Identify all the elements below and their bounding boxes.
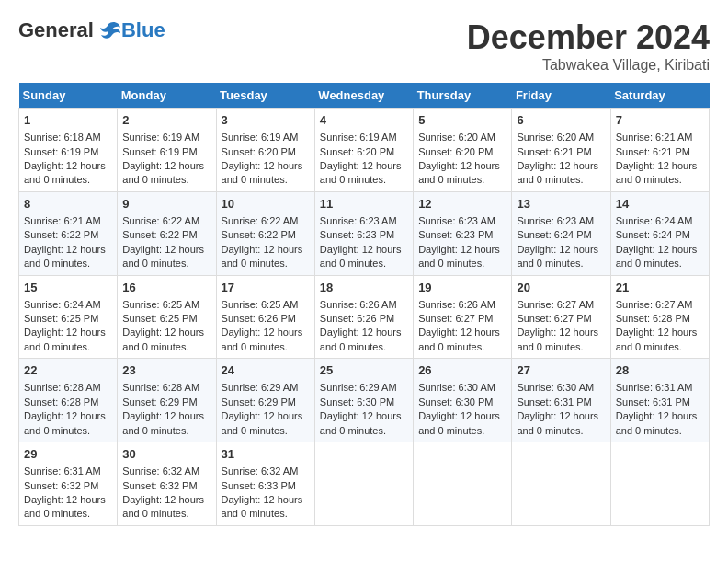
calendar-week-row: 22Sunrise: 6:28 AMSunset: 6:28 PMDayligh… <box>19 359 710 442</box>
sunrise-label: Sunrise: 6:29 AM <box>320 382 397 393</box>
sunrise-label: Sunrise: 6:32 AM <box>222 465 299 477</box>
calendar-week-row: 8Sunrise: 6:21 AMSunset: 6:22 PMDaylight… <box>19 191 710 275</box>
table-row: 15Sunrise: 6:24 AMSunset: 6:25 PMDayligh… <box>19 275 118 359</box>
logo-general-text: General <box>18 18 94 42</box>
daylight-minutes: and 0 minutes. <box>616 425 682 436</box>
sunrise-label: Sunrise: 6:23 AM <box>418 215 495 226</box>
col-saturday: Saturday <box>610 83 709 109</box>
day-number: 21 <box>616 280 704 296</box>
table-row: 11Sunrise: 6:23 AMSunset: 6:23 PMDayligh… <box>314 191 413 275</box>
day-number: 18 <box>320 280 408 296</box>
day-number: 22 <box>24 362 112 379</box>
sunset-label: Sunset: 6:20 PM <box>418 146 493 157</box>
daylight-minutes: and 0 minutes. <box>616 341 682 352</box>
day-number: 13 <box>517 196 605 213</box>
sunset-label: Sunset: 6:20 PM <box>222 146 296 157</box>
daylight-label: Daylight: 12 hours <box>320 160 402 171</box>
daylight-minutes: and 0 minutes. <box>616 174 682 185</box>
page-header: General Blue December 2024 Tabwakea Vill… <box>18 18 710 74</box>
sunset-label: Sunset: 6:26 PM <box>222 313 296 324</box>
day-number: 5 <box>418 112 506 129</box>
col-wednesday: Wednesday <box>314 83 413 109</box>
daylight-minutes: and 0 minutes. <box>122 341 188 352</box>
sunset-label: Sunset: 6:27 PM <box>418 313 493 324</box>
sunset-label: Sunset: 6:26 PM <box>320 313 394 324</box>
sunset-label: Sunset: 6:21 PM <box>517 146 591 157</box>
table-row: 8Sunrise: 6:21 AMSunset: 6:22 PMDaylight… <box>19 191 118 275</box>
sunrise-label: Sunrise: 6:23 AM <box>517 215 594 226</box>
sunrise-label: Sunrise: 6:31 AM <box>616 382 693 393</box>
table-row <box>414 442 512 526</box>
sunset-label: Sunset: 6:25 PM <box>122 313 197 324</box>
sunrise-label: Sunrise: 6:21 AM <box>616 132 693 143</box>
col-thursday: Thursday <box>414 83 512 109</box>
table-row: 29Sunrise: 6:31 AMSunset: 6:32 PMDayligh… <box>19 442 118 526</box>
daylight-label: Daylight: 12 hours <box>24 160 106 171</box>
table-row: 1Sunrise: 6:18 AMSunset: 6:19 PMDaylight… <box>19 109 118 192</box>
day-number: 4 <box>320 112 408 129</box>
daylight-minutes: and 0 minutes. <box>24 258 90 269</box>
sunrise-label: Sunrise: 6:24 AM <box>616 215 693 226</box>
logo-bird-icon <box>96 20 121 40</box>
daylight-label: Daylight: 12 hours <box>222 244 303 255</box>
daylight-minutes: and 0 minutes. <box>24 174 90 185</box>
day-number: 8 <box>24 196 112 213</box>
table-row: 3Sunrise: 6:19 AMSunset: 6:20 PMDaylight… <box>216 109 314 192</box>
daylight-minutes: and 0 minutes. <box>320 341 386 352</box>
daylight-label: Daylight: 12 hours <box>517 160 598 171</box>
sunrise-label: Sunrise: 6:30 AM <box>418 382 495 393</box>
daylight-label: Daylight: 12 hours <box>222 160 303 171</box>
table-row: 6Sunrise: 6:20 AMSunset: 6:21 PMDaylight… <box>512 109 610 192</box>
logo-blue-text: Blue <box>121 18 165 42</box>
day-number: 27 <box>517 362 605 379</box>
daylight-minutes: and 0 minutes. <box>320 425 386 436</box>
daylight-label: Daylight: 12 hours <box>24 410 106 421</box>
day-number: 19 <box>418 280 506 296</box>
sunrise-label: Sunrise: 6:28 AM <box>24 382 101 393</box>
daylight-label: Daylight: 12 hours <box>616 244 698 255</box>
calendar-week-row: 1Sunrise: 6:18 AMSunset: 6:19 PMDaylight… <box>19 109 710 192</box>
sunrise-label: Sunrise: 6:27 AM <box>616 299 693 310</box>
sunrise-label: Sunrise: 6:19 AM <box>122 132 199 143</box>
table-row: 19Sunrise: 6:26 AMSunset: 6:27 PMDayligh… <box>414 275 512 359</box>
sunset-label: Sunset: 6:33 PM <box>222 480 296 491</box>
daylight-minutes: and 0 minutes. <box>222 174 288 185</box>
sunrise-label: Sunrise: 6:20 AM <box>418 132 495 143</box>
table-row: 9Sunrise: 6:22 AMSunset: 6:22 PMDaylight… <box>118 191 216 275</box>
table-row: 23Sunrise: 6:28 AMSunset: 6:29 PMDayligh… <box>118 359 216 442</box>
sunset-label: Sunset: 6:23 PM <box>320 229 394 240</box>
table-row: 28Sunrise: 6:31 AMSunset: 6:31 PMDayligh… <box>610 359 709 442</box>
sunset-label: Sunset: 6:29 PM <box>222 396 296 408</box>
sunrise-label: Sunrise: 6:26 AM <box>418 299 495 310</box>
daylight-label: Daylight: 12 hours <box>418 160 500 171</box>
table-row: 12Sunrise: 6:23 AMSunset: 6:23 PMDayligh… <box>414 191 512 275</box>
sunset-label: Sunset: 6:30 PM <box>418 396 493 408</box>
day-number: 12 <box>418 196 506 213</box>
day-number: 6 <box>517 112 605 129</box>
table-row: 25Sunrise: 6:29 AMSunset: 6:30 PMDayligh… <box>314 359 413 442</box>
day-number: 23 <box>122 362 210 379</box>
daylight-minutes: and 0 minutes. <box>222 508 288 519</box>
daylight-minutes: and 0 minutes. <box>517 425 583 436</box>
sunrise-label: Sunrise: 6:25 AM <box>122 299 199 310</box>
calendar-week-row: 15Sunrise: 6:24 AMSunset: 6:25 PMDayligh… <box>19 275 710 359</box>
col-sunday: Sunday <box>19 83 118 109</box>
daylight-label: Daylight: 12 hours <box>517 244 598 255</box>
day-number: 15 <box>24 280 112 296</box>
daylight-label: Daylight: 12 hours <box>122 494 204 505</box>
sunset-label: Sunset: 6:20 PM <box>320 146 394 157</box>
sunset-label: Sunset: 6:31 PM <box>616 396 690 408</box>
sunset-label: Sunset: 6:25 PM <box>24 313 98 324</box>
day-number: 1 <box>24 112 112 129</box>
day-number: 20 <box>517 280 605 296</box>
day-number: 3 <box>222 112 310 129</box>
daylight-minutes: and 0 minutes. <box>320 174 386 185</box>
month-title: December 2024 <box>467 18 710 57</box>
sunrise-label: Sunrise: 6:31 AM <box>24 465 101 477</box>
daylight-label: Daylight: 12 hours <box>616 160 698 171</box>
sunset-label: Sunset: 6:24 PM <box>517 229 591 240</box>
daylight-label: Daylight: 12 hours <box>122 244 204 255</box>
day-number: 25 <box>320 362 408 379</box>
title-section: December 2024 Tabwakea Village, Kiribati <box>467 18 710 74</box>
daylight-minutes: and 0 minutes. <box>222 425 288 436</box>
